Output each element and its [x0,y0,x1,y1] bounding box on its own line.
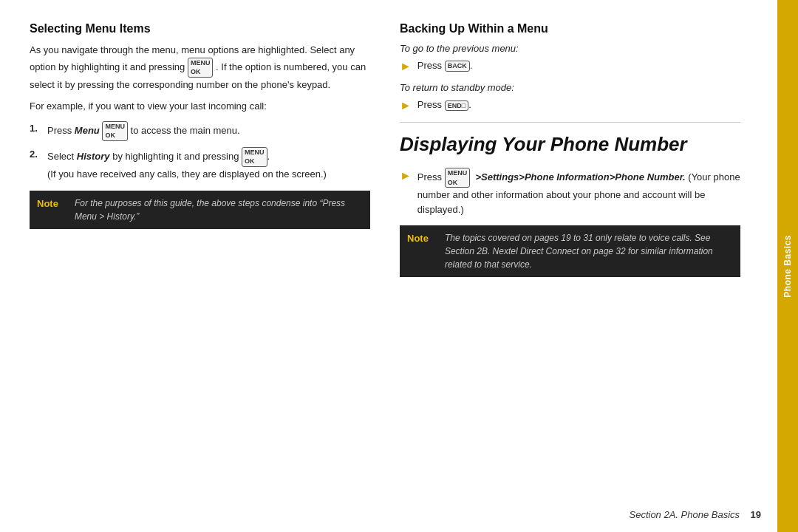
end-press-text: Press END□. [417,98,471,112]
left-column: Selecting Menu Items As you navigate thr… [30,22,370,510]
side-tab: Phone Basics [777,0,798,532]
step-2: 2. Select History by highlighting it and… [30,147,370,182]
back-press-text: Press BACK. [417,58,472,73]
right-heading: Backing Up Within a Menu [400,22,740,35]
end-arrow-bullet: ► Press END□. [400,98,740,114]
settings-arrow-bullet: ► Press MENUOK >Settings>Phone Informati… [400,168,740,216]
right-note-label: Note [400,225,436,277]
end-key: END□ [445,100,468,112]
arrow-icon-1: ► [400,58,412,75]
menu-ok-key-3: MENUOK [242,147,267,167]
right-note-text: The topics covered on pages 19 to 31 onl… [436,225,740,277]
left-heading: Selecting Menu Items [30,22,370,35]
left-body2: For example, if you want to view your la… [30,99,370,114]
left-note-text: For the purposes of this guide, the abov… [66,191,370,229]
right-note-box: Note The topics covered on pages 19 to 3… [400,225,740,277]
footer: Section 2A. Phone Basics 19 [629,509,761,520]
section-divider [400,122,740,123]
left-note-label: Note [30,191,66,229]
page-container: Phone Basics Selecting Menu Items As you… [0,0,798,532]
arrow-icon-3: ► [400,168,412,184]
instruction-2: To return to standby mode: [400,82,740,93]
main-title: Displaying Your Phone Number [400,133,740,156]
back-key: BACK [445,61,470,72]
steps-list: 1. Press Menu MENUOK to access the main … [30,121,370,182]
menu-ok-key-4: MENUOK [445,168,471,188]
menu-ok-key-2: MENUOK [102,121,128,141]
content-area: Selecting Menu Items As you navigate thr… [0,0,777,532]
settings-press-text: Press MENUOK >Settings>Phone Information… [417,168,740,216]
left-note-box: Note For the purposes of this guide, the… [30,191,370,229]
menu-ok-key-1: MENUOK [188,58,214,78]
step-1: 1. Press Menu MENUOK to access the main … [30,121,370,141]
arrow-icon-2: ► [400,98,412,114]
instruction-1: To go to the previous menu: [400,43,740,54]
right-column: Backing Up Within a Menu To go to the pr… [400,22,740,510]
back-arrow-bullet: ► Press BACK. [400,58,740,75]
left-body1: As you navigate through the menu, menu o… [30,43,370,92]
side-tab-label: Phone Basics [782,235,793,298]
